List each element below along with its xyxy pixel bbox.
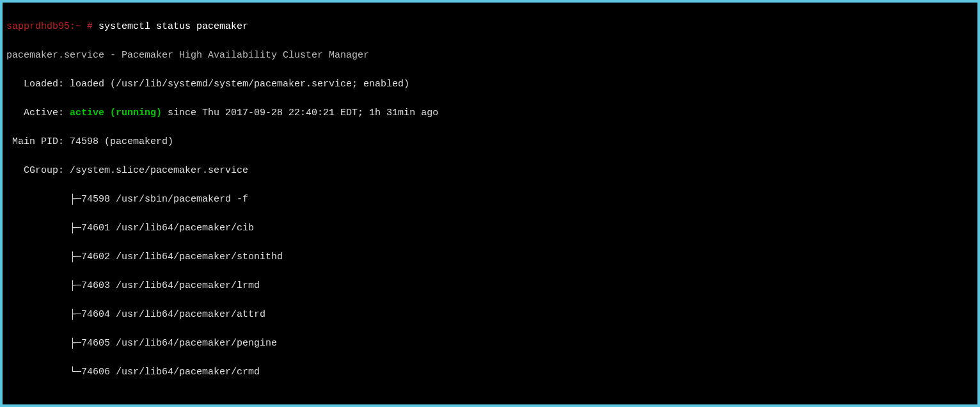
command-line: sapprdhdb95:~ # systemctl status pacemak… (6, 20, 974, 35)
cgroup-tree-item: └─74606 /usr/lib64/pacemaker/crmd (6, 365, 974, 380)
cgroup-label: CGroup: (6, 165, 70, 176)
mainpid-value: 74598 (pacemakerd) (70, 136, 173, 147)
cgroup-tree-item: ├─74598 /usr/sbin/pacemakerd -f (6, 193, 974, 207)
cgroup-tree-item: ├─74602 /usr/lib64/pacemaker/stonithd (6, 250, 974, 265)
cgroup-tree-item: ├─74605 /usr/lib64/pacemaker/pengine (6, 337, 974, 351)
prompt-hash: # (81, 21, 93, 32)
active-status: active (running) (70, 108, 162, 118)
loaded-label: Loaded: (6, 79, 70, 90)
cgroup-tree-item: ├─74603 /usr/lib64/pacemaker/lrmd (6, 279, 974, 294)
active-since: since Thu 2017-09-28 22:40:21 EDT; 1h 31… (162, 108, 438, 118)
active-label: Active: (6, 108, 70, 118)
terminal-window[interactable]: sapprdhdb95:~ # systemctl status pacemak… (3, 3, 977, 404)
active-line: Active: active (running) since Thu 2017-… (6, 106, 974, 121)
cgroup-value: /system.slice/pacemaker.service (70, 165, 248, 176)
prompt-host: sapprdhdb95:~ (6, 21, 81, 32)
loaded-value: loaded (/usr/lib/systemd/system/pacemake… (70, 79, 409, 90)
cgroup-line: CGroup: /system.slice/pacemaker.service (6, 164, 974, 179)
cgroup-tree-item: ├─74601 /usr/lib64/pacemaker/cib (6, 221, 974, 236)
loaded-line: Loaded: loaded (/usr/lib/systemd/system/… (6, 77, 974, 92)
cgroup-tree-item: ├─74604 /usr/lib64/pacemaker/attrd (6, 308, 974, 323)
mainpid-line: Main PID: 74598 (pacemakerd) (6, 135, 974, 150)
command-text: systemctl status pacemaker (99, 21, 248, 32)
blank-line (6, 394, 974, 405)
mainpid-label: Main PID: (6, 136, 70, 147)
unit-line: pacemaker.service - Pacemaker High Avail… (6, 49, 974, 63)
